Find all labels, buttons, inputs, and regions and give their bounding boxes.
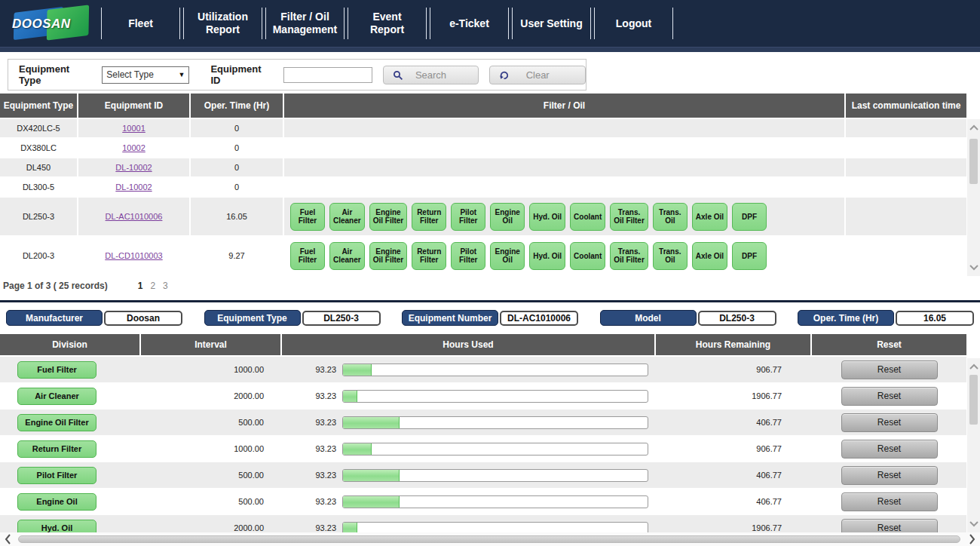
detail-table-row: Fuel Filter 1000.00 93.23 906.77 Reset — [0, 357, 966, 383]
top-navbar: DOOSAN Fleet Utilization Report Filter /… — [0, 0, 980, 47]
reset-button[interactable]: Reset — [841, 413, 938, 432]
division-button[interactable]: Return Filter — [17, 440, 96, 458]
search-button[interactable]: Search — [383, 66, 479, 84]
filter-button-return-filter[interactable]: Return Filter — [412, 242, 446, 270]
filter-button-coolant[interactable]: Coolant — [570, 203, 605, 231]
detail-table-scrollbar[interactable] — [967, 358, 980, 532]
hours-used-value: 93.23 — [282, 497, 336, 506]
hours-used-value: 93.23 — [282, 418, 336, 427]
filter-button-air-cleaner[interactable]: Air Cleaner — [329, 242, 365, 270]
clear-button-label: Clear — [526, 69, 550, 81]
scrollbar-thumb[interactable] — [969, 375, 978, 425]
clear-button[interactable]: Clear — [489, 66, 586, 84]
filter-button-engine-oil-filter[interactable]: Engine Oil Filter — [369, 242, 408, 270]
filter-button-hyd-oil[interactable]: Hyd. Oil — [529, 203, 565, 231]
hours-remaining-cell: 406.77 — [656, 418, 812, 427]
filter-button-engine-oil-filter[interactable]: Engine Oil Filter — [369, 203, 408, 231]
equipment-id-link[interactable]: 10001 — [122, 124, 145, 133]
scroll-down-icon[interactable] — [968, 262, 979, 273]
filter-button-axle-oil[interactable]: Axle Oil — [692, 242, 727, 270]
filter-button-hyd-oil[interactable]: Hyd. Oil — [529, 242, 565, 270]
filter-button-pilot-filter[interactable]: Pilot Filter — [451, 203, 485, 231]
filter-button-coolant[interactable]: Coolant — [570, 242, 605, 270]
filter-oil-cell: Fuel Filter Air Cleaner Engine Oil Filte… — [284, 198, 846, 235]
reset-button[interactable]: Reset — [841, 440, 938, 459]
nav-item-e-ticket[interactable]: e-Ticket — [430, 8, 509, 39]
filter-button-trans-oil[interactable]: Trans. Oil — [653, 203, 688, 231]
equipment-id-link[interactable]: 10002 — [122, 143, 145, 152]
filter-button-engine-oil[interactable]: Engine Oil — [490, 203, 525, 231]
scroll-right-icon[interactable] — [966, 533, 978, 545]
filter-button-dpf[interactable]: DPF — [732, 203, 767, 231]
header-oper-time: Oper. Time (Hr) — [191, 94, 284, 118]
scroll-up-icon[interactable] — [968, 361, 979, 372]
reset-button[interactable]: Reset — [841, 466, 938, 485]
equipment-id-link[interactable]: DL-10002 — [115, 163, 152, 172]
equipment-table-row: DX420LC-5 10001 0 — [0, 119, 966, 139]
page-number-2[interactable]: 2 — [150, 281, 155, 291]
equipment-id-input[interactable] — [283, 67, 372, 83]
division-button[interactable]: Pilot Filter — [17, 467, 96, 484]
division-button[interactable]: Fuel Filter — [17, 361, 96, 379]
filter-button-engine-oil[interactable]: Engine Oil — [490, 242, 525, 270]
equipment-id-link[interactable]: DL-10002 — [115, 183, 152, 192]
scroll-left-icon[interactable] — [2, 533, 14, 545]
filter-button-axle-oil[interactable]: Axle Oil — [692, 203, 727, 231]
hours-used-value: 93.23 — [282, 444, 336, 453]
equipment-table-scrollbar[interactable] — [967, 119, 980, 276]
filter-button-dpf[interactable]: DPF — [732, 242, 767, 270]
filter-button-fuel-filter[interactable]: Fuel Filter — [290, 242, 325, 270]
oper-time-cell: 16.05 — [191, 198, 284, 235]
equipment-id-link[interactable]: DL-CD1010003 — [105, 251, 162, 260]
filter-button-pilot-filter[interactable]: Pilot Filter — [451, 242, 485, 270]
filter-oil-cell: Fuel Filter Air Cleaner Engine Oil Filte… — [284, 237, 846, 275]
equipment-type-select[interactable]: Select Type ▼ — [102, 66, 189, 84]
nav-item-label: User Setting — [520, 17, 582, 30]
header-hours-remaining: Hours Remaining — [656, 334, 812, 355]
nav-item-filter-oil-management[interactable]: Filter / Oil Management — [265, 8, 345, 39]
filter-button-trans-oil-filter[interactable]: Trans. Oil Filter — [610, 203, 648, 231]
nav-item-event-report[interactable]: Event Report — [348, 8, 427, 39]
page-number-3[interactable]: 3 — [163, 281, 168, 291]
division-button[interactable]: Engine Oil Filter — [17, 414, 96, 431]
nav-item-utilization-report[interactable]: Utilization Report — [183, 8, 262, 39]
detail-table-row: Engine Oil 500.00 93.23 406.77 Reset — [0, 489, 966, 515]
filter-oil-cell — [284, 139, 846, 157]
header-reset: Reset — [812, 334, 966, 355]
division-cell: Air Cleaner — [0, 388, 141, 405]
filter-oil-management-page: DOOSAN Fleet Utilization Report Filter /… — [0, 0, 980, 546]
pagination-pages: 123 — [138, 281, 168, 291]
scrollbar-thumb[interactable] — [18, 535, 960, 543]
equipment-id-cell: 10001 — [78, 119, 191, 137]
scrollbar-thumb[interactable] — [969, 139, 978, 184]
equipment-table-header: Equipment Type Equipment ID Oper. Time (… — [0, 94, 966, 119]
detail-field-equipment-type: Equipment Type DL250-3 — [204, 310, 381, 326]
division-button[interactable]: Air Cleaner — [17, 388, 96, 405]
header-hours-used: Hours Used — [282, 334, 656, 355]
detail-table-row: Engine Oil Filter 500.00 93.23 406.77 Re… — [0, 410, 966, 436]
division-button[interactable]: Engine Oil — [17, 493, 96, 511]
horizontal-scrollbar[interactable] — [0, 532, 980, 546]
detail-field-value: DL250-3 — [698, 311, 776, 326]
scroll-down-icon[interactable] — [968, 519, 979, 529]
filter-button-air-cleaner[interactable]: Air Cleaner — [329, 203, 365, 231]
filter-oil-cell — [284, 119, 846, 137]
equipment-id-link[interactable]: DL-AC1010006 — [106, 212, 163, 221]
interval-cell: 1000.00 — [141, 365, 282, 374]
page-number-1[interactable]: 1 — [138, 281, 143, 291]
reset-button[interactable]: Reset — [841, 387, 938, 406]
filter-button-fuel-filter[interactable]: Fuel Filter — [290, 203, 325, 231]
filter-button-return-filter[interactable]: Return Filter — [412, 203, 446, 231]
reset-button[interactable]: Reset — [841, 492, 938, 511]
nav-item-fleet[interactable]: Fleet — [101, 8, 180, 39]
doosan-logo[interactable]: DOOSAN — [11, 5, 93, 41]
nav-item-logout[interactable]: Logout — [594, 8, 673, 39]
detail-table-row: Pilot Filter 500.00 93.23 406.77 Reset — [0, 462, 966, 489]
hours-used-cell: 93.23 — [282, 390, 656, 403]
scroll-up-icon[interactable] — [968, 122, 979, 133]
nav-item-user-setting[interactable]: User Setting — [512, 8, 591, 39]
hours-remaining-cell: 406.77 — [656, 497, 812, 506]
filter-button-trans-oil[interactable]: Trans. Oil — [653, 242, 688, 270]
reset-button[interactable]: Reset — [841, 360, 938, 379]
filter-button-trans-oil-filter[interactable]: Trans. Oil Filter — [610, 242, 648, 270]
